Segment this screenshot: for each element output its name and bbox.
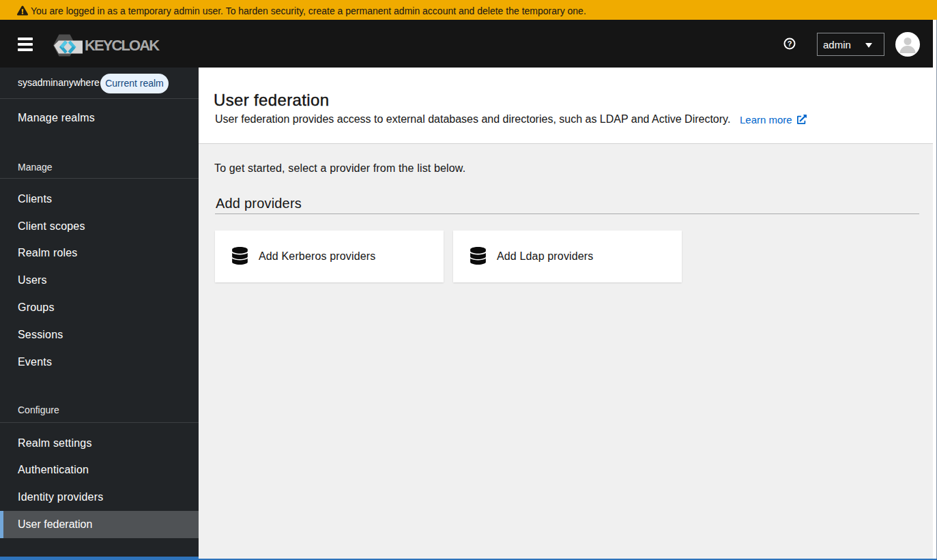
svg-text:?: ? [788, 40, 792, 48]
